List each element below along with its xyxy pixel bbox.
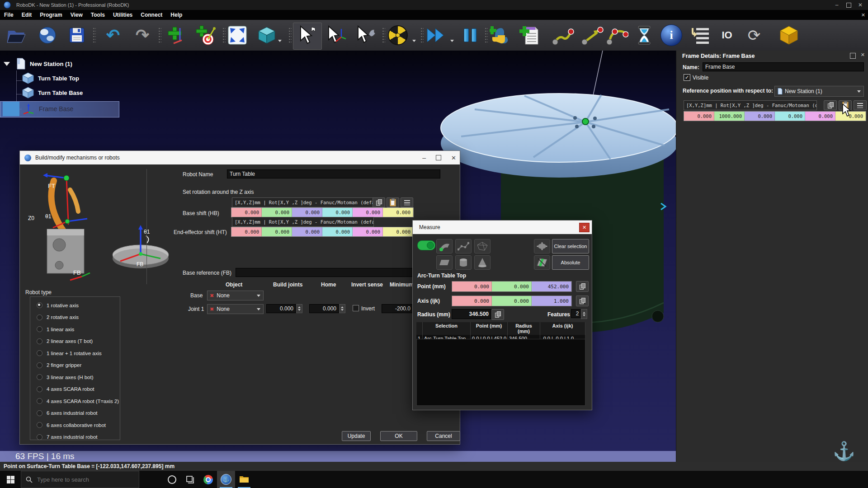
- pose-z-value[interactable]: 0.000: [292, 227, 322, 236]
- copy-pose-button[interactable]: [373, 197, 385, 207]
- move-joint-instruction-button[interactable]: [551, 23, 575, 47]
- pose-z-value[interactable]: 0.000: [745, 112, 775, 121]
- show-instruction-message-button[interactable]: i: [660, 23, 683, 47]
- copy-radius-button[interactable]: [491, 309, 504, 320]
- robot-type-option[interactable]: 2 rotative axis: [37, 314, 119, 320]
- close-button[interactable]: ✕: [854, 0, 866, 9]
- copy-pose-button[interactable]: [824, 100, 837, 110]
- robot-type-option[interactable]: 1 linear axis: [37, 326, 119, 332]
- pose-y-value[interactable]: 1000.000: [714, 112, 745, 121]
- robot-type-option[interactable]: 1 linear + 1 rotative axis: [37, 350, 119, 356]
- cancel-button[interactable]: Cancel: [427, 431, 460, 441]
- tree-item-turn-table-base[interactable]: Turn Table Base: [22, 87, 83, 99]
- check-collisions-button[interactable]: [386, 23, 410, 47]
- dialog-title-bar[interactable]: Measure ✕: [413, 221, 592, 234]
- pose-ry-value[interactable]: 0.000: [805, 112, 835, 121]
- taskbar-search[interactable]: [21, 471, 139, 488]
- copy-point-button[interactable]: [576, 281, 589, 292]
- joint1-object-dropdown[interactable]: ✖ None: [207, 304, 264, 314]
- ok-button[interactable]: OK: [380, 431, 417, 441]
- minimum-limit-value[interactable]: -200.0: [382, 304, 413, 313]
- pose-x-value[interactable]: 0.000: [684, 112, 714, 121]
- joint1-home-spinbox[interactable]: 0.000: [309, 304, 345, 313]
- joint1-build-value[interactable]: 0.000: [266, 304, 296, 313]
- measure-arc-button[interactable]: [436, 239, 453, 253]
- maximize-button[interactable]: [843, 0, 854, 9]
- menu-tools[interactable]: Tools: [87, 12, 109, 18]
- float-panel-icon[interactable]: [850, 53, 856, 59]
- robot-type-option[interactable]: 6 axes industrial robot: [37, 410, 119, 416]
- minimize-button[interactable]: –: [831, 0, 843, 9]
- collision-dropdown-caret[interactable]: [412, 40, 416, 42]
- menubar-close-icon[interactable]: ✕: [861, 12, 865, 18]
- menu-connect[interactable]: Connect: [137, 12, 166, 18]
- absolute-button[interactable]: Absolute: [552, 255, 589, 270]
- measure-cylinder-button[interactable]: [455, 255, 472, 270]
- pose-options-button[interactable]: [401, 197, 413, 207]
- undo-button[interactable]: ↶: [101, 23, 125, 47]
- paste-pose-button[interactable]: [839, 100, 852, 110]
- frame-name-input[interactable]: [703, 62, 864, 71]
- panel-close-icon[interactable]: ✕: [861, 52, 865, 58]
- point-z-value[interactable]: 452.000: [532, 282, 571, 291]
- measure-mesh-button[interactable]: [474, 239, 491, 253]
- pose-rx-value[interactable]: 0.000: [775, 112, 805, 121]
- menu-program[interactable]: Program: [36, 12, 66, 18]
- move-circular-instruction-button[interactable]: [605, 23, 629, 47]
- measure-sphere-button[interactable]: [534, 239, 550, 253]
- dialog-maximize-button[interactable]: [436, 155, 441, 160]
- end-effector-format-dropdown[interactable]: [X,Y,Z]mm | Rot[X,Y ,Z ]deg - Fanuc/Moto…: [232, 217, 374, 227]
- menu-file[interactable]: File: [0, 12, 18, 18]
- measure-polyline-button[interactable]: [455, 239, 472, 253]
- tree-item-frame-base[interactable]: Frame Base: [23, 103, 73, 115]
- pause-simulation-button[interactable]: [458, 23, 482, 47]
- robot-type-option[interactable]: 3 linear axes (H bot): [37, 374, 119, 380]
- select-tool-button[interactable]: [295, 23, 319, 47]
- point-y-value[interactable]: 0.000: [492, 282, 532, 291]
- robot-type-option[interactable]: 4 axes SCARA robot (T=axis 2): [37, 398, 119, 404]
- pose-y-value[interactable]: 0.000: [262, 227, 292, 236]
- add-python-program-button[interactable]: [488, 23, 511, 47]
- open-file-button[interactable]: [4, 23, 28, 47]
- menu-view[interactable]: View: [66, 12, 87, 18]
- axis-i-value[interactable]: 0.000: [452, 296, 492, 306]
- pose-y-value[interactable]: 0.000: [262, 208, 292, 217]
- save-station-button[interactable]: [65, 23, 89, 47]
- robodk-taskbar-button[interactable]: ⚓: [217, 471, 235, 488]
- pose-rz-value[interactable]: 0.000: [835, 112, 866, 121]
- dialog-close-button[interactable]: ✕: [579, 223, 590, 232]
- axis-header[interactable]: Axis (ijk): [540, 322, 585, 335]
- pose-rz-value[interactable]: 0.000: [383, 208, 413, 217]
- point-x-value[interactable]: 0.000: [452, 282, 492, 291]
- robot-type-option[interactable]: 1 rotative axis: [37, 302, 119, 308]
- paste-pose-button[interactable]: [387, 197, 399, 207]
- search-input[interactable]: [36, 476, 128, 483]
- clear-selection-button[interactable]: Clear selection: [552, 239, 589, 253]
- radius-header[interactable]: Radius (mm): [508, 322, 540, 335]
- robot-type-option[interactable]: 7 axes industrial robot: [37, 434, 119, 440]
- dialog-close-button[interactable]: ✕: [451, 155, 456, 161]
- visible-checkbox[interactable]: ✓: [684, 74, 690, 81]
- copy-axis-button[interactable]: [576, 296, 589, 306]
- start-button[interactable]: [0, 471, 21, 488]
- robot-type-option[interactable]: 4 axes SCARA robot: [37, 386, 119, 392]
- axis-k-value[interactable]: 1.000: [532, 296, 571, 306]
- selection-header[interactable]: Selection: [423, 322, 471, 335]
- pause-instruction-button[interactable]: [632, 23, 656, 47]
- program-call-button[interactable]: [688, 23, 712, 47]
- pose-ry-value[interactable]: 0.000: [353, 227, 383, 236]
- robot-type-option[interactable]: 2 finger gripper: [37, 362, 119, 368]
- isometric-view-button[interactable]: [255, 23, 278, 47]
- add-program-button[interactable]: [517, 23, 541, 47]
- open-online-library-button[interactable]: [36, 23, 59, 47]
- measure-toggle[interactable]: [417, 240, 435, 250]
- tree-expand-icon[interactable]: [4, 62, 10, 66]
- invert-checkbox[interactable]: [353, 305, 359, 311]
- base-object-dropdown[interactable]: ✖ None: [207, 291, 264, 300]
- spinner-arrows[interactable]: [339, 304, 345, 313]
- fit-all-button[interactable]: [226, 23, 249, 47]
- chrome-taskbar-button[interactable]: [199, 471, 217, 488]
- robot-type-option[interactable]: 6 axes collaborative robot: [37, 422, 119, 428]
- pose-x-value[interactable]: 0.000: [231, 208, 262, 217]
- base-shift-format-dropdown[interactable]: [X,Y,Z]mm | Rot[X,Y ,Z ]deg - Fanuc/Moto…: [232, 197, 374, 207]
